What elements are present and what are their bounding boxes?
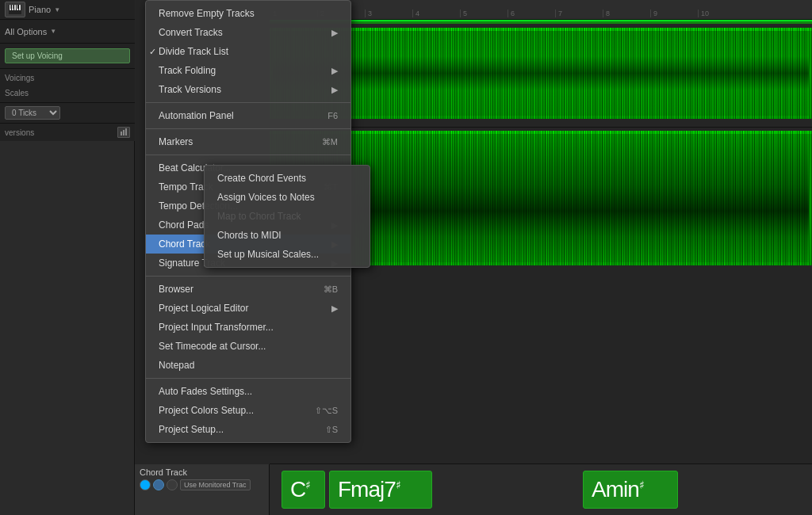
menu-item-label: Track Folding [159, 65, 216, 76]
submenu-item-chords-to-midi[interactable]: Chords to MIDI [205, 226, 370, 245]
chord-event-c[interactable]: C ♯ [282, 471, 325, 509]
menu-item-label: Track Versions [159, 84, 221, 95]
use-monitored-label: Use Monitored Trac [180, 479, 251, 490]
svg-rect-11 [125, 128, 127, 135]
ruler-mark: 7 [555, 10, 603, 17]
menu-item-label: Project Setup... [159, 424, 224, 435]
menu-item-track-versions[interactable]: Track Versions ▶ [146, 80, 350, 99]
menu-item-convert-tracks[interactable]: Convert Tracks ▶ [146, 23, 350, 42]
menu-item-label: Project Colors Setup... [159, 405, 254, 416]
menu-shortcut: ⇧⌥S [315, 406, 338, 416]
menu-divider-2 [146, 128, 350, 129]
menu-item-divide-track[interactable]: Divide Track List [146, 42, 350, 61]
menu-item-label: Remove Empty Tracks [159, 8, 255, 19]
ruler-mark: 5 [460, 10, 508, 17]
menu-item-label: Auto Fades Settings... [159, 386, 252, 397]
menu-shortcut: ⌘M [322, 137, 338, 147]
menu-item-auto-fades[interactable]: Auto Fades Settings... [146, 382, 350, 401]
menu-item-label: Automation Panel [159, 110, 234, 121]
menu-item-track-folding[interactable]: Track Folding ▶ [146, 61, 350, 80]
all-options-label: All Options [5, 27, 47, 36]
submenu-item-label: Set up Musical Scales... [217, 249, 319, 260]
bar-chart-icon [120, 128, 128, 136]
piano-row: Piano ▼ [0, 0, 135, 20]
ruler-mark: 10 [698, 10, 745, 17]
versions-icon[interactable] [117, 127, 130, 138]
read-button[interactable] [153, 479, 164, 490]
menu-item-project-input[interactable]: Project Input Transformer... [146, 318, 350, 337]
voicings-label: Voicings [5, 74, 130, 82]
menu-shortcut: ⌘B [324, 284, 338, 295]
chord-label-amin: Amin [592, 477, 639, 502]
ruler-mark: 4 [412, 10, 460, 17]
versions-section: versions [0, 124, 135, 141]
submenu-arrow: ▶ [331, 66, 338, 76]
menu-item-label: Project Logical Editor [159, 303, 248, 314]
versions-label: versions [5, 128, 34, 137]
chord-label-fmaj7: Fmaj7 [338, 477, 396, 502]
chord-track-header: Chord Track Use Monitored Trac [135, 464, 270, 515]
svg-rect-7 [13, 5, 15, 9]
chord-superscript-fmaj7: ♯ [396, 479, 401, 491]
mute-button[interactable] [140, 479, 151, 490]
ticks-select[interactable]: 0 Ticks [5, 106, 60, 120]
menu-item-label: Chord Track [159, 238, 210, 250]
menu-item-markers[interactable]: Markers ⌘M [146, 132, 350, 151]
submenu-arrow: ▶ [331, 303, 338, 314]
menu-item-project-colors[interactable]: Project Colors Setup... ⇧⌥S [146, 401, 350, 420]
sidebar: Piano ▼ All Options ▼ Set up Voicing Voi… [0, 0, 135, 515]
chord-label-c: C [290, 477, 305, 502]
menu-shortcut: F6 [327, 111, 338, 120]
submenu-item-label: Assign Voices to Notes [217, 192, 315, 203]
ruler-mark: 3 [365, 10, 412, 17]
menu-item-remove-empty[interactable]: Remove Empty Tracks [146, 4, 350, 23]
submenu-item-create-chord-events[interactable]: Create Chord Events [205, 169, 370, 188]
submenu-arrow: ▶ [331, 85, 338, 95]
menu-item-browser[interactable]: Browser ⌘B [146, 280, 350, 299]
piano-dropdown-arrow: ▼ [54, 6, 60, 13]
menu-divider-3 [146, 154, 350, 155]
menu-shortcut: ⇧S [325, 425, 338, 435]
menu-divider-4 [146, 276, 350, 277]
svg-rect-3 [14, 5, 16, 10]
menu-item-label: Convert Tracks [159, 27, 223, 38]
submenu-item-musical-scales[interactable]: Set up Musical Scales... [205, 245, 370, 264]
submenu-item-map-to-chord: Map to Chord Track [205, 207, 370, 226]
menu-divider-5 [146, 378, 350, 379]
setup-voicing-button[interactable]: Set up Voicing [5, 48, 130, 63]
menu-item-label: Project Input Transformer... [159, 322, 274, 333]
setup-voicing-section: Set up Voicing [0, 44, 135, 68]
menu-item-set-timecode[interactable]: Set Timecode at Cursor... [146, 337, 350, 356]
piano-icon [9, 5, 21, 14]
menu-divider-1 [146, 102, 350, 103]
voicings-section: Voicings Scales [0, 69, 135, 102]
scales-label: Scales [5, 89, 130, 97]
piano-icon-box [5, 2, 25, 17]
write-button[interactable] [167, 479, 178, 490]
all-options-row[interactable]: All Options ▼ [0, 20, 135, 44]
chord-event-fmaj7[interactable]: Fmaj7 ♯ [329, 471, 432, 509]
submenu-item-label: Map to Chord Track [217, 211, 301, 222]
ruler-mark: 8 [603, 10, 650, 17]
menu-item-label: Divide Track List [159, 46, 228, 57]
chord-track-title: Chord Track [140, 467, 264, 477]
top-left-controls: Piano ▼ All Options ▼ Set up Voicing Voi… [0, 0, 135, 141]
submenu-item-assign-voices[interactable]: Assign Voices to Notes [205, 188, 370, 207]
menu-item-label: Markers [159, 136, 193, 147]
waveform-gradient [273, 31, 809, 116]
menu-item-automation[interactable]: Automation Panel F6 [146, 106, 350, 125]
submenu-arrow: ▶ [331, 28, 338, 38]
menu-item-project-setup[interactable]: Project Setup... ⇧S [146, 420, 350, 439]
svg-rect-9 [121, 132, 122, 135]
chord-superscript-c: ♯ [305, 479, 311, 491]
submenu-item-label: Chords to MIDI [217, 230, 282, 241]
svg-rect-6 [11, 5, 13, 9]
daw-background: 1 2 3 4 5 6 7 8 9 10 [0, 0, 812, 515]
chord-event-amin[interactable]: Amin ♯ [583, 471, 678, 509]
svg-rect-8 [17, 5, 19, 9]
menu-item-label: Notepad [159, 360, 194, 371]
svg-rect-5 [19, 5, 21, 10]
menu-item-notepad[interactable]: Notepad [146, 356, 350, 375]
menu-item-project-logical[interactable]: Project Logical Editor ▶ [146, 299, 350, 318]
ticks-section: 0 Ticks [0, 103, 135, 123]
